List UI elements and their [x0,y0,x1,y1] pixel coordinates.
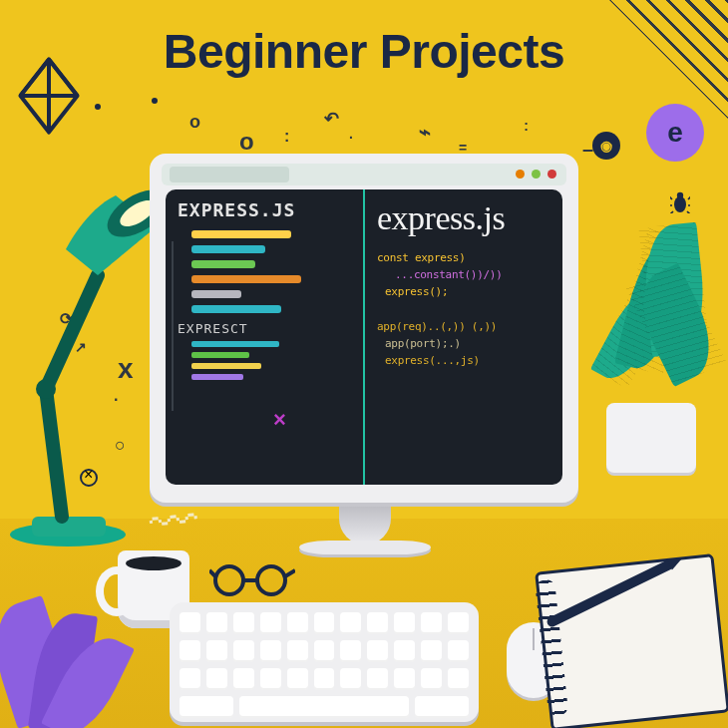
window-dot [516,170,525,179]
monitor-base [299,541,431,554]
left-pane: EXPRESS.JS EXPRESCT × [166,189,363,485]
window-dot [547,170,556,179]
code-editor-screen: EXPRESS.JS EXPRESCT × [166,189,562,485]
bug-icon [670,191,690,217]
plant-right [570,217,720,497]
window-dot [532,170,541,179]
glyph-decoration: : [284,128,289,146]
svg-point-2 [36,379,56,399]
dot-decoration [152,98,158,104]
code-line: app(port);.) [385,337,550,350]
glyph-decoration: – [582,138,593,161]
svg-point-6 [677,192,683,198]
code-line: ...constant())/)) [395,268,550,281]
glyph-decoration: o [189,112,200,133]
right-pane-label: express.js [377,199,550,237]
glyph-decoration: o [239,128,254,156]
steam-icon: 〰 [147,494,199,553]
svg-point-5 [674,196,686,212]
x-glyph: × [273,407,286,433]
right-pane: express.js const express) ...constant())… [365,189,562,485]
glyph-decoration: ↶ [324,108,339,130]
monitor: EXPRESS.JS EXPRESCT × [150,154,578,503]
svg-rect-1 [32,517,106,537]
left-pane-label: EXPRESS.JS [178,199,351,220]
code-line: const express) [377,251,550,264]
glyph-decoration: ⌁ [419,120,431,144]
page-title: Beginner Projects [0,24,728,79]
code-line: app(req)..(,)) (,)) [377,320,550,333]
code-line: express(); [385,285,550,298]
plant-left [0,562,146,728]
browser-tab [170,167,289,182]
glyph-decoration: . [349,126,353,142]
octahedron-icon [14,56,84,140]
glasses-icon [209,562,295,600]
window-chrome [162,164,566,185]
dot-decoration [95,104,101,110]
e-badge-icon: e [646,104,704,162]
glyph-decoration: : [524,118,529,134]
svg-point-8 [257,566,285,594]
keyboard [170,602,479,722]
code-line: express(...,js) [385,354,550,367]
sub-label: EXPRESCT [178,321,351,336]
svg-point-7 [215,566,243,594]
circle-badge-icon: ◉ [592,132,620,160]
